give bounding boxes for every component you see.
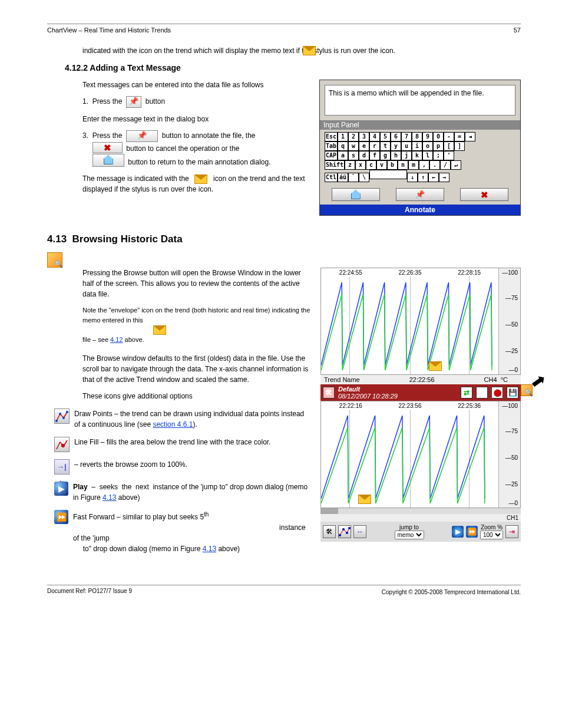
envelope-icon [194, 174, 207, 184]
intro-para: indicated with the icon on the trend whi… [82, 45, 521, 56]
memo-textbox[interactable]: This is a memo which will be appended in… [325, 85, 515, 116]
draw-points-icon [54, 409, 70, 424]
browse-controls: 🛠 ↔ jump to memo ▶ ⏩ Zoom % 100 ⇥ [320, 522, 521, 542]
home-return-button [92, 154, 124, 167]
annotate-panel: This is a memo which will be appended in… [319, 80, 521, 216]
envelope-icon [153, 325, 166, 335]
kb-row: Ctláü`\ ↓↑←→ [325, 170, 515, 182]
fast-forward-icon: ⏩ [54, 510, 68, 524]
zoom-select[interactable]: 100 [480, 531, 503, 539]
grid-icon[interactable]: ▦ [476, 387, 488, 398]
chart-body [321, 276, 499, 371]
heading-4-13: 4.13 Browsing Historic Data [47, 233, 521, 245]
time-axis: 22:22:1622:23:5622:25:36 [321, 401, 499, 410]
svg-point-5 [59, 413, 61, 415]
home-icon [351, 190, 361, 199]
file-title: Default08/12/2007 10:28:29 [338, 386, 457, 400]
browse-button-small[interactable] [521, 384, 533, 396]
close-icon: ✖ [481, 190, 488, 199]
close-icon: ✖ [104, 143, 111, 152]
envelope-icon [429, 361, 442, 371]
envelope-icon [303, 46, 316, 55]
play-button[interactable]: ▶ [452, 526, 464, 538]
realtime-chart: 22:24:5522:26:3522:28:15 —100—75—50—25—0 [320, 268, 521, 375]
pin-icon [137, 131, 147, 141]
heading-4-12-2: 4.12.2 Adding a Text Message [65, 63, 521, 73]
svg-point-0 [339, 534, 341, 536]
play-icon: ▶ [54, 482, 68, 496]
time-axis: 22:24:5522:26:3522:28:15 [321, 268, 499, 277]
link-fig-4-13[interactable]: 4.13 [203, 545, 216, 553]
pin-icon [415, 190, 425, 199]
annotate-bar: Annotate [320, 205, 520, 215]
points-button[interactable] [338, 525, 351, 538]
header-rule [47, 24, 521, 24]
line-fill-icon [54, 437, 70, 452]
svg-point-1 [342, 528, 345, 531]
cancel-x-button: ✖ [92, 142, 123, 153]
link-fig-4-13[interactable]: 4.13 [103, 493, 116, 502]
y-axis: —100—75—50—25—0 [498, 401, 520, 508]
y-axis: —100—75—50—25—0 [498, 268, 520, 374]
ch-label: CH1 [320, 514, 521, 522]
chart-info-row: Trend Name22:22:56CH4 °C [320, 375, 521, 384]
icon-item-zoom-reset: →|← – reverts the browse zoom to 100%. [54, 459, 311, 475]
pin-button[interactable] [396, 188, 444, 201]
page: ChartView – Real Time and Historic Trend… [0, 0, 562, 620]
browse-icon [47, 252, 62, 268]
annotate-button-icon [126, 96, 141, 108]
zoom-reset-button[interactable]: ↔ [353, 525, 366, 538]
exit-button[interactable]: ⇥ [505, 525, 518, 538]
link-section-4-6-1[interactable]: section 4.6.1 [153, 420, 193, 429]
kb-row: CAPasdfghjkl;' [325, 151, 515, 160]
zoom-label: Zoom % [480, 524, 503, 531]
svg-point-6 [62, 417, 65, 419]
home-button[interactable] [332, 188, 380, 201]
save-icon[interactable]: 💾 [507, 387, 518, 398]
keyboard-title: Input Panel [320, 120, 520, 130]
tool-button[interactable]: 🛠 [323, 525, 336, 538]
scrollbar[interactable] [320, 508, 521, 514]
on-screen-keyboard[interactable]: Esc1234567890-=◄ Tabqwertyuiop[] CAPasdf… [320, 130, 520, 185]
icon-item-fill: Line Fill – fills the area below the tre… [54, 437, 311, 452]
file-bar: 🛠 Default08/12/2007 10:28:29 ⇄ ▦ ⬤ 💾 [320, 384, 521, 401]
svg-point-8 [61, 444, 65, 447]
confirm-pin-button [126, 130, 158, 142]
fast-forward-button[interactable]: ⏩ [466, 526, 478, 538]
cancel-button[interactable]: ✖ [460, 188, 508, 201]
svg-point-2 [346, 532, 348, 534]
zoom-reset-icon: →|← [54, 459, 70, 475]
envelope-icon [358, 495, 371, 504]
doc-icon[interactable]: ⇄ [461, 387, 472, 398]
kb-row: Esc1234567890-=◄ [325, 132, 515, 141]
jump-to-label: jump to [369, 524, 449, 531]
running-header: ChartView – Real Time and Historic Trend… [47, 27, 521, 34]
historic-chart: 22:22:1622:23:5622:25:36 —100—75—50—25—0 [320, 401, 521, 508]
tool-icon[interactable]: 🛠 [323, 387, 335, 398]
svg-point-3 [348, 527, 351, 529]
icon-item-points: Draw Points – the trend can be drawn usi… [54, 409, 311, 430]
icon-item-ff: ⏩ Fast Forward – similar to play but see… [54, 510, 311, 554]
alarm-icon[interactable]: ⬤ [491, 387, 503, 398]
chart-body [321, 410, 499, 505]
kb-row: Tabqwertyuiop[] [325, 141, 515, 151]
svg-point-4 [55, 420, 58, 422]
icon-item-play: ▶ Play – seeks the next instance of the … [54, 482, 311, 503]
link-4-12[interactable]: 4.12 [110, 336, 123, 343]
jump-to-select[interactable]: memo [395, 531, 424, 539]
footer: Document Ref: PO127/7 Issue 9 Copyright … [47, 585, 521, 596]
home-icon [104, 155, 113, 164]
svg-point-7 [66, 411, 68, 413]
pin-icon [129, 97, 138, 107]
annotate-buttons: ✖ [320, 185, 520, 205]
kb-row: Shiftzxcvbnm,./↵ [325, 160, 515, 170]
figure-4-13: 22:24:5522:26:3522:28:15 —100—75—50—25—0… [320, 268, 521, 542]
